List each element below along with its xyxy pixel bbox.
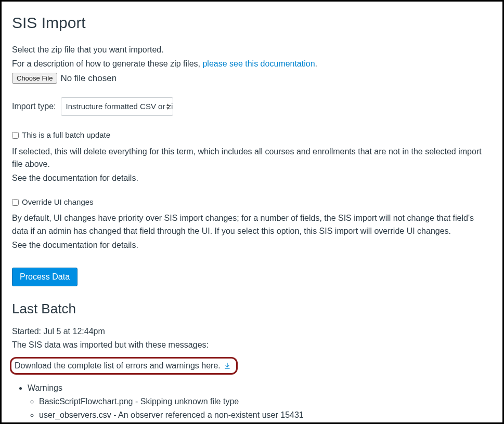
download-icon [224, 362, 231, 369]
intro-prefix: For a description of how to generate the… [12, 59, 202, 68]
override-desc: By default, UI changes have priority ove… [12, 212, 492, 238]
override-block: Override UI changes By default, UI chang… [12, 196, 492, 252]
documentation-link[interactable]: please see this documentation [202, 59, 315, 68]
import-messages-intro: The SIS data was imported but with these… [12, 339, 492, 352]
import-type-value: Instructure formatted CSV or zip [66, 101, 173, 113]
intro-text: Select the zip file that you want import… [12, 44, 492, 57]
full-batch-block: This is a full batch update If selected,… [12, 129, 492, 185]
warning-item: BasicScriptFlowchart.png - Skipping unkn… [39, 395, 492, 408]
full-batch-desc: If selected, this will delete everything… [12, 145, 492, 171]
full-batch-label: This is a full batch update [22, 129, 110, 141]
warnings-root: Warnings BasicScriptFlowchart.png - Skip… [28, 382, 492, 424]
intro-text-2: For a description of how to generate the… [12, 58, 492, 71]
page-title: SIS Import [12, 11, 492, 34]
choose-file-button[interactable]: Choose File [12, 73, 57, 84]
warnings-list: BasicScriptFlowchart.png - Skipping unkn… [28, 395, 492, 424]
sis-import-panel: SIS Import Select the zip file that you … [0, 0, 504, 424]
override-label: Override UI changes [22, 196, 94, 208]
import-type-row: Import type: Instructure formatted CSV o… [12, 97, 492, 116]
import-type-select[interactable]: Instructure formatted CSV or zip ▲▼ [61, 97, 173, 116]
import-type-label: Import type: [12, 100, 56, 113]
last-batch-heading: Last Batch [12, 299, 492, 319]
full-batch-checkbox[interactable] [12, 132, 19, 139]
started-text: Started: Jul 5 at 12:44pm [12, 325, 492, 338]
warning-item: user_observers.csv - An observer referen… [39, 409, 492, 421]
full-batch-docs: See the documentation for details. [12, 172, 492, 185]
override-docs: See the documentation for details. [12, 239, 492, 252]
warnings-label: Warnings [28, 383, 62, 392]
file-input-row: Choose File No file chosen [12, 72, 492, 85]
process-data-button[interactable]: Process Data [12, 268, 77, 286]
select-arrows-icon: ▲▼ [166, 103, 170, 110]
override-checkbox[interactable] [12, 199, 19, 206]
download-errors-link[interactable]: Download the complete list of errors and… [10, 357, 238, 375]
messages-list: Warnings BasicScriptFlowchart.png - Skip… [12, 382, 492, 424]
download-link-text: Download the complete list of errors and… [15, 360, 221, 372]
file-status-text: No file chosen [60, 72, 117, 85]
